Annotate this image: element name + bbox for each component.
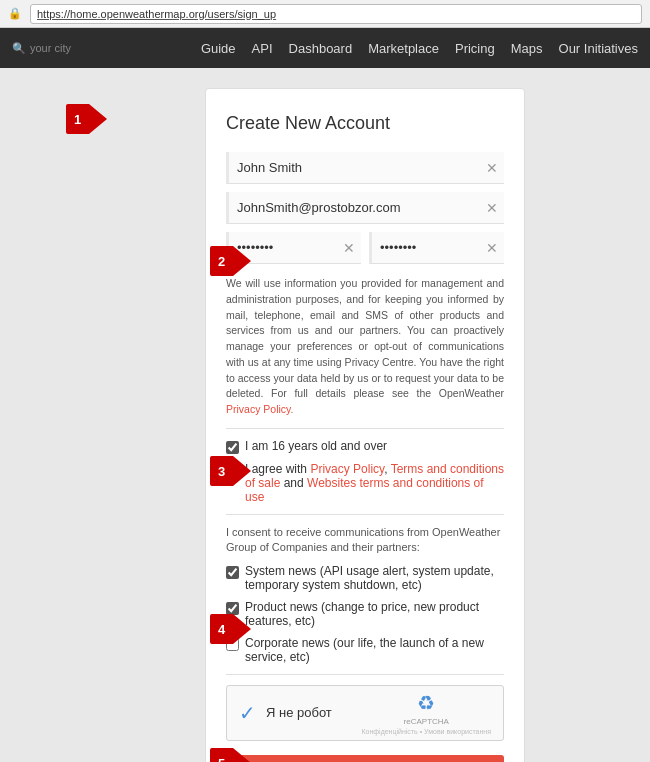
create-account-button[interactable]: Create Account: [226, 755, 504, 762]
lock-icon: 🔒: [8, 7, 22, 20]
system-news-checkbox[interactable]: [226, 566, 239, 579]
agree-label: I agree with Privacy Policy, Terms and c…: [245, 462, 504, 504]
url-bar[interactable]: https://home.openweathermap.org/users/si…: [30, 4, 642, 24]
search-placeholder: your city: [30, 42, 71, 54]
product-news-label: Product news (change to price, new produ…: [245, 600, 504, 628]
divider-2: [226, 514, 504, 515]
email-field-wrapper: ✕: [226, 192, 504, 224]
annotation-3: 3: [210, 456, 251, 486]
nav-initiatives[interactable]: Our Initiatives: [559, 41, 638, 56]
browser-bar: 🔒 https://home.openweathermap.org/users/…: [0, 0, 650, 28]
email-input[interactable]: [226, 192, 504, 224]
recaptcha-terms: Конфіденційність • Умови використання: [361, 728, 491, 735]
form-title: Create New Account: [226, 113, 504, 134]
privacy-text: We will use information you provided for…: [226, 276, 504, 418]
divider-1: [226, 428, 504, 429]
annotation-5: 5: [210, 748, 251, 762]
name-input[interactable]: [226, 152, 504, 184]
corporate-news-row: Corporate news (our life, the launch of …: [226, 636, 504, 664]
nav-guide[interactable]: Guide: [201, 41, 236, 56]
recaptcha-brand: reCAPTCHA: [404, 717, 449, 726]
recaptcha-logo-icon: ♻: [417, 691, 435, 715]
system-news-row: System news (API usage alert, system upd…: [226, 564, 504, 592]
age-label: I am 16 years old and over: [245, 439, 387, 453]
nav-search[interactable]: 🔍 your city: [12, 42, 152, 55]
url-text: https://home.openweathermap.org/users/si…: [37, 8, 276, 20]
signup-form-card: Create New Account ✕ ✕ ✕ ✕ We will use i…: [205, 88, 525, 762]
navbar: 🔍 your city Guide API Dashboard Marketpl…: [0, 28, 650, 68]
name-clear-icon[interactable]: ✕: [486, 160, 498, 176]
confirm-field-wrapper: ✕: [369, 232, 504, 264]
nav-api[interactable]: API: [252, 41, 273, 56]
product-news-row: Product news (change to price, new produ…: [226, 600, 504, 628]
nav-pricing[interactable]: Pricing: [455, 41, 495, 56]
nav-links: Guide API Dashboard Marketplace Pricing …: [201, 41, 638, 56]
nav-maps[interactable]: Maps: [511, 41, 543, 56]
confirm-clear-icon[interactable]: ✕: [486, 240, 498, 256]
password-clear-icon[interactable]: ✕: [343, 240, 355, 256]
name-field-wrapper: ✕: [226, 152, 504, 184]
corporate-news-label: Corporate news (our life, the launch of …: [245, 636, 504, 664]
annotation-4: 4: [210, 614, 251, 644]
nav-dashboard[interactable]: Dashboard: [289, 41, 353, 56]
privacy-policy-link[interactable]: Privacy Policy.: [226, 403, 294, 415]
confirm-input[interactable]: [369, 232, 504, 264]
agree-checkbox-row: I agree with Privacy Policy, Terms and c…: [226, 462, 504, 504]
recaptcha-logo: ♻ reCAPTCHA Конфіденційність • Умови вик…: [361, 691, 491, 735]
age-checkbox-row: I am 16 years old and over: [226, 439, 504, 454]
age-checkbox[interactable]: [226, 441, 239, 454]
browser-icons: 🔒: [8, 7, 22, 20]
recaptcha-check: ✓ Я не робот: [239, 701, 361, 725]
password-row: ✕ ✕: [226, 232, 504, 264]
privacy-link2[interactable]: Privacy Policy: [310, 462, 384, 476]
annotation-1: 1: [66, 104, 107, 134]
email-clear-icon[interactable]: ✕: [486, 200, 498, 216]
nav-marketplace[interactable]: Marketplace: [368, 41, 439, 56]
divider-3: [226, 674, 504, 675]
system-news-label: System news (API usage alert, system upd…: [245, 564, 504, 592]
recaptcha-label: Я не робот: [266, 705, 332, 720]
recaptcha-checkmark-icon: ✓: [239, 701, 256, 725]
consent-text: I consent to receive communications from…: [226, 525, 504, 556]
annotation-2: 2: [210, 246, 251, 276]
page-content: Create New Account ✕ ✕ ✕ ✕ We will use i…: [0, 68, 650, 762]
recaptcha-widget[interactable]: ✓ Я не робот ♻ reCAPTCHA Конфіденційніст…: [226, 685, 504, 741]
search-icon: 🔍: [12, 42, 26, 55]
product-news-checkbox[interactable]: [226, 602, 239, 615]
